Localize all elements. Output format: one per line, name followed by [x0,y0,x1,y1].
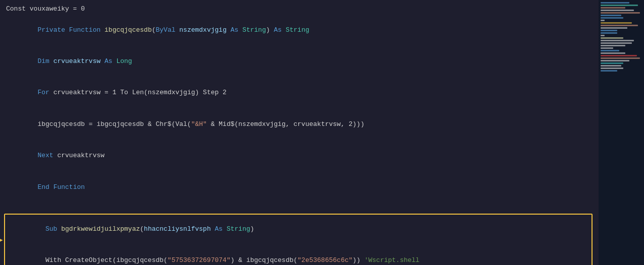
code-line-6: Next crvueaktrvsw [0,140,599,171]
minimap-line [601,32,617,34]
minimap-line [601,47,613,49]
minimap-line [601,17,623,19]
minimap-line [601,37,623,39]
code-line-8 [0,203,599,214]
code-line-5: ibgcqjqcesdb = ibgcqjqcesdb & Chr$(Val("… [0,109,599,140]
minimap-line [601,52,625,54]
minimap-line [601,40,634,41]
code-line-1: Const vouxaweiky = 0 [0,4,599,15]
minimap-line [601,20,605,21]
minimap-line [601,57,640,59]
code-editor: Const vouxaweiky = 0 Private Function ib… [0,0,599,265]
minimap-panel [599,0,644,265]
code-line-9: Sub bgdrkwewidjuilxpmyaz(hhacncliysnlfvs… [0,214,599,245]
minimap-line [601,2,629,4]
minimap-line [601,68,623,69]
code-line-4: For crvueaktrvsw = 1 To Len(nszemdxvjgig… [0,78,599,109]
minimap-line [601,12,640,14]
minimap-highlight-cyan [601,62,623,64]
code-line-2: Private Function ibgcqjqcesdb(ByVal nsze… [0,15,599,46]
yellow-box-arrow: ▶ [0,235,3,245]
minimap-highlight-yellow [601,22,632,24]
minimap-line [601,45,625,46]
code-line-3: Dim crvueaktrvsw As Long [0,46,599,77]
minimap-content [599,0,644,75]
minimap-highlight-red [601,55,637,56]
minimap-line [601,5,638,6]
minimap-line [601,10,634,11]
minimap-line [601,27,627,29]
minimap-line [601,15,621,16]
minimap-line [601,7,625,9]
code-line-7: End Function [0,172,599,203]
minimap-line [601,42,632,44]
minimap-line [601,50,619,51]
minimap-line [601,70,617,72]
minimap-line [601,25,638,26]
minimap[interactable] [599,0,644,265]
minimap-line [601,35,605,36]
minimap-line [601,65,621,67]
minimap-line [601,30,617,31]
code-line-10: With CreateObject(ibgcqjqcesdb("57536372… [0,245,599,265]
minimap-line [601,60,629,61]
